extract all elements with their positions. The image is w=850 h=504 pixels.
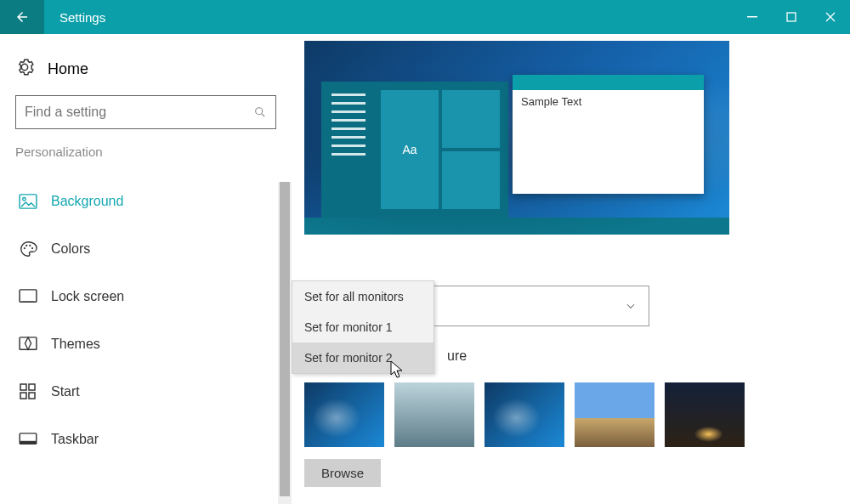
sidebar-item-label: Themes [51,337,100,352]
preview-tile-aa: Aa [381,90,439,209]
chevron-down-icon [625,300,637,312]
maximize-button[interactable] [772,0,811,34]
svg-point-8 [31,247,33,249]
sidebar-item-colors[interactable]: Colors [15,225,276,273]
wallpaper-thumb-3[interactable] [484,382,564,447]
picture-icon [19,194,37,209]
wallpaper-thumbnails [304,382,745,447]
search-icon [253,105,267,119]
sidebar: Home Personalization Background Colors L… [0,34,292,504]
preview-taskbar [304,218,729,235]
browse-button[interactable]: Browse [304,459,381,487]
back-arrow-icon [14,9,30,25]
sidebar-item-background[interactable]: Background [15,178,276,225]
search-field[interactable] [25,105,253,120]
section-header: Personalization [15,144,276,159]
wallpaper-thumb-5[interactable] [665,382,745,447]
themes-icon [19,337,37,352]
svg-rect-0 [747,16,757,18]
svg-rect-13 [20,393,26,399]
svg-rect-10 [20,337,37,349]
svg-point-4 [23,198,26,201]
preview-sample-text: Sample Text [513,90,704,113]
home-button[interactable]: Home [15,51,276,87]
sidebar-item-label: Colors [51,241,90,257]
start-icon [19,383,37,400]
search-input[interactable] [15,95,276,129]
close-icon [825,12,836,22]
svg-rect-14 [29,393,35,399]
sidebar-item-label: Background [51,194,123,209]
taskbar-icon [19,433,37,446]
svg-rect-16 [20,441,37,445]
window-titlebar: Settings [0,0,850,34]
minimize-button[interactable] [733,0,772,34]
gear-icon [15,58,34,80]
menu-item-set-all-monitors[interactable]: Set for all monitors [292,281,434,312]
close-button[interactable] [811,0,850,34]
sidebar-item-taskbar[interactable]: Taskbar [15,416,276,463]
lock-screen-icon [19,289,37,304]
svg-point-7 [29,245,31,246]
cursor-icon [390,360,405,379]
svg-rect-9 [20,290,37,302]
sidebar-item-label: Lock screen [51,289,124,304]
context-menu: Set for all monitors Set for monitor 1 S… [292,280,434,374]
main-content: Aa Sample Text ure Set for all monitors … [292,34,850,504]
svg-rect-12 [29,384,35,390]
sidebar-item-label: Start [51,384,80,399]
scrollbar-thumb[interactable] [280,182,290,496]
home-label: Home [48,60,88,78]
back-button[interactable] [0,0,44,34]
sidebar-item-start[interactable]: Start [15,368,276,416]
window-title: Settings [44,10,733,25]
preview-start-menu: Aa [321,82,508,218]
menu-item-set-monitor-1[interactable]: Set for monitor 1 [292,312,434,343]
svg-point-2 [256,108,263,115]
sidebar-item-themes[interactable]: Themes [15,320,276,368]
menu-item-set-monitor-2[interactable]: Set for monitor 2 [292,343,434,373]
wallpaper-thumb-4[interactable] [575,382,654,447]
svg-rect-11 [20,384,26,390]
palette-icon [19,240,37,258]
minimize-icon [747,12,757,22]
svg-point-6 [26,245,27,246]
svg-rect-1 [787,13,796,21]
wallpaper-thumb-2[interactable] [394,382,474,447]
desktop-preview: Aa Sample Text [304,41,729,235]
wallpaper-thumb-1[interactable] [304,382,384,447]
scrollbar-track[interactable] [278,182,292,504]
preview-sample-window: Sample Text [513,75,704,194]
svg-point-5 [24,247,26,249]
section-title-partial: ure [447,348,467,364]
maximize-icon [786,12,796,22]
sidebar-item-lock-screen[interactable]: Lock screen [15,273,276,320]
sidebar-item-label: Taskbar [51,432,99,447]
